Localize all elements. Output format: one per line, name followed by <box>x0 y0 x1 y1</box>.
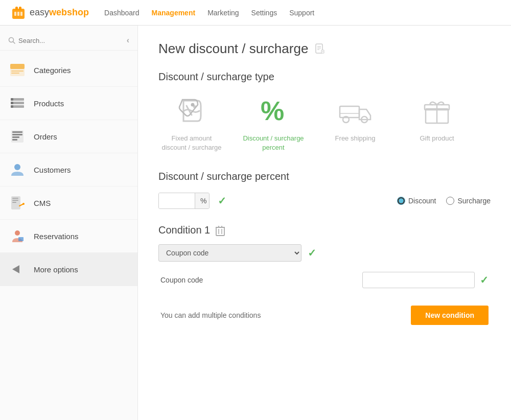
orders-icon <box>8 127 27 146</box>
page-header: New discount / surcharge <box>158 41 491 57</box>
discount-type-radio-group: Discount Surcharge <box>397 197 491 205</box>
coupon-input-wrap: 20PROMO ✓ <box>362 272 489 288</box>
fixed-discount-icon <box>174 93 210 129</box>
sidebar-item-reservations[interactable]: Reservations <box>0 220 137 253</box>
search-area: ‹ <box>0 31 137 51</box>
sidebar-items: Categories Products <box>0 54 137 286</box>
svg-text:%: % <box>261 96 284 126</box>
new-condition-button[interactable]: New condition <box>411 306 489 325</box>
svg-rect-25 <box>12 198 18 199</box>
sidebar-item-customers[interactable]: Customers <box>0 153 137 186</box>
type-card-shipping-label: Free shipping <box>335 134 376 143</box>
svg-rect-1 <box>15 7 18 10</box>
collapse-sidebar-button[interactable]: ‹ <box>127 36 129 45</box>
svg-rect-31 <box>18 237 24 241</box>
svg-rect-4 <box>17 12 19 16</box>
percent-input[interactable]: 20 <box>159 193 195 208</box>
sidebar-item-categories[interactable]: Categories <box>0 54 137 87</box>
svg-rect-3 <box>14 12 16 16</box>
coupon-row: Coupon code 20PROMO ✓ <box>158 272 491 288</box>
sidebar-item-categories-label: Categories <box>34 66 71 75</box>
svg-rect-16 <box>11 102 13 104</box>
surcharge-radio-text: Surcharge <box>457 197 491 205</box>
svg-marker-32 <box>12 265 19 273</box>
sidebar-item-cms[interactable]: CMS <box>0 186 137 220</box>
percent-symbol: % <box>195 193 210 208</box>
condition-check-icon: ✓ <box>308 247 316 259</box>
svg-rect-19 <box>12 131 22 133</box>
percent-row: 20 % ✓ Discount Surcharge <box>158 193 491 209</box>
svg-rect-17 <box>11 105 13 108</box>
search-input[interactable] <box>18 37 105 44</box>
nav-settings[interactable]: Settings <box>251 9 277 17</box>
multiple-conditions-hint: You can add multiple conditions <box>160 311 261 319</box>
svg-point-29 <box>22 203 25 205</box>
sidebar: ‹ Categories <box>0 26 138 420</box>
type-card-percent[interactable]: % Discount / surcharge percent <box>240 93 307 152</box>
condition-section: Condition 1 Coupon code Minimum order <box>158 224 491 288</box>
more-options-icon <box>8 260 27 278</box>
discount-radio[interactable] <box>397 197 405 205</box>
condition-title: Condition 1 <box>158 224 210 236</box>
coupon-label: Coupon code <box>160 276 203 284</box>
type-card-percent-label: Discount / surcharge percent <box>240 134 307 152</box>
type-card-shipping[interactable]: Free shipping <box>322 93 388 152</box>
percent-input-wrap: 20 % <box>158 193 210 209</box>
reservations-icon <box>8 227 27 245</box>
logo-icon <box>10 5 27 21</box>
surcharge-radio-label[interactable]: Surcharge <box>446 197 491 205</box>
layout: ‹ Categories <box>0 26 511 420</box>
svg-rect-11 <box>11 73 19 74</box>
bottom-row: You can add multiple conditions New cond… <box>158 300 491 330</box>
svg-rect-20 <box>12 134 22 135</box>
svg-rect-26 <box>12 200 18 201</box>
nav-management[interactable]: Management <box>152 9 196 17</box>
search-icon <box>8 37 15 44</box>
main-content: New discount / surcharge Discount / surc… <box>138 26 511 420</box>
coupon-check-icon: ✓ <box>480 274 489 286</box>
svg-point-23 <box>14 164 20 170</box>
svg-point-40 <box>191 103 195 107</box>
discount-type-section: Discount / surcharge type <box>158 71 491 152</box>
logo: easywebshop <box>10 5 89 21</box>
svg-rect-49 <box>216 227 224 236</box>
gift-product-icon <box>419 93 455 129</box>
logo-text: easywebshop <box>30 7 89 18</box>
top-nav: easywebshop Dashboard Management Marketi… <box>0 0 511 26</box>
sidebar-item-orders[interactable]: Orders <box>0 120 137 153</box>
type-card-gift[interactable]: Gift product <box>404 93 470 152</box>
condition-type-select[interactable]: Coupon code Minimum order Customer group… <box>158 244 301 262</box>
type-card-gift-label: Gift product <box>420 134 454 143</box>
type-cards: Fixed amount discount / surcharge % Disc… <box>158 93 491 152</box>
type-card-fixed[interactable]: Fixed amount discount / surcharge <box>158 93 225 152</box>
sidebar-item-products[interactable]: Products <box>0 87 137 120</box>
discount-type-title: Discount / surcharge type <box>158 71 491 83</box>
delete-condition-button[interactable] <box>215 225 225 236</box>
percent-section: Discount / surcharge percent 20 % ✓ Disc… <box>158 171 491 209</box>
sidebar-item-cms-label: CMS <box>34 199 51 207</box>
categories-icon <box>8 61 27 79</box>
free-shipping-icon <box>337 93 373 129</box>
page-title: New discount / surcharge <box>158 41 308 57</box>
svg-rect-27 <box>12 202 16 203</box>
discount-radio-label[interactable]: Discount <box>397 197 436 205</box>
svg-rect-42 <box>340 106 359 118</box>
svg-point-30 <box>15 230 20 236</box>
percent-discount-icon: % <box>256 93 291 129</box>
sidebar-item-reservations-label: Reservations <box>34 232 79 241</box>
coupon-code-input[interactable]: 20PROMO <box>362 272 475 288</box>
nav-support[interactable]: Support <box>289 9 314 17</box>
svg-line-7 <box>13 42 15 44</box>
cms-icon <box>8 194 27 212</box>
sidebar-item-more-options[interactable]: More options <box>0 253 137 286</box>
nav-marketing[interactable]: Marketing <box>207 9 239 17</box>
svg-rect-2 <box>19 7 21 10</box>
sidebar-item-orders-label: Orders <box>34 132 57 141</box>
sidebar-item-customers-label: Customers <box>34 166 71 174</box>
percent-check-icon: ✓ <box>218 195 226 207</box>
svg-rect-21 <box>12 136 19 138</box>
nav-dashboard[interactable]: Dashboard <box>104 9 140 17</box>
surcharge-radio[interactable] <box>446 197 454 205</box>
sidebar-item-more-options-label: More options <box>34 265 78 274</box>
page-document-icon <box>314 43 326 55</box>
